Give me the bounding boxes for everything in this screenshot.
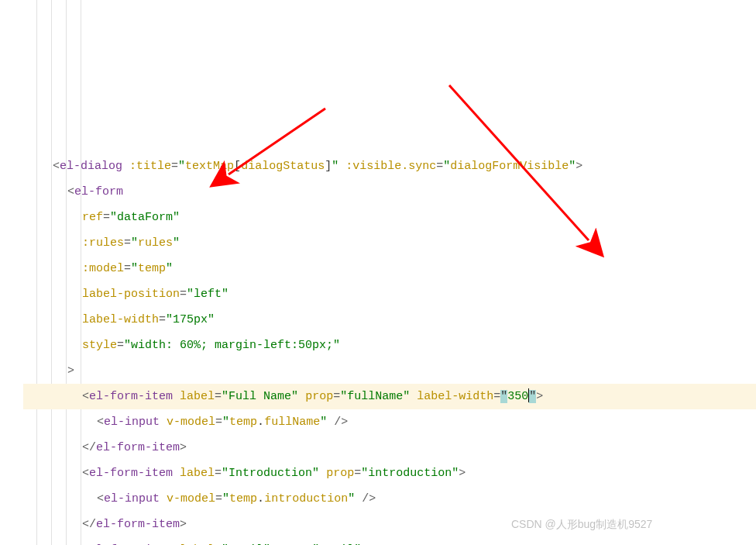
code-token: "fullName" [340,390,410,403]
code-token: ] [325,160,332,173]
code-token: dialogFormVisible [450,160,569,173]
code-token: . [257,492,264,505]
code-token: :rules [82,236,124,250]
code-token: "Introduction" [222,467,319,480]
code-token: " [166,262,173,275]
code-line[interactable]: label-position="left" [23,281,756,307]
code-token: < [97,492,104,505]
code-token: " [529,390,536,403]
code-token: el-input [104,492,160,505]
code-line[interactable]: <el-form [23,179,756,205]
code-line[interactable]: <el-input v-model="temp.fullName" /> [23,409,756,435]
code-token [122,160,129,173]
code-line[interactable]: <el-dialog :title="textMap[dialogStatus]… [23,153,756,179]
code-token: 350 [507,390,528,403]
code-token [298,390,305,403]
code-token: dialogStatus [241,160,325,173]
code-token: = [117,339,124,352]
code-token: " [173,236,180,250]
code-token: "dataForm" [110,211,180,224]
code-token: </ [82,441,96,454]
code-token: = [180,288,187,301]
code-token: = [159,313,166,326]
code-token: rules [138,236,173,250]
code-line[interactable]: :rules="rules" [23,230,756,256]
text-cursor [528,388,529,402]
code-token: style [82,339,117,352]
code-token: temp [229,492,257,505]
code-token: el-form-item [96,518,180,531]
code-token: el-input [104,416,160,429]
code-token: = [124,236,131,250]
code-token: < [82,390,89,403]
code-token: el-dialog [60,160,122,173]
code-token: = [124,262,131,275]
code-token [173,390,180,403]
code-token: :title [129,160,171,173]
code-token: = [171,160,178,173]
code-line[interactable]: <el-form-item label="Full Name" prop="fu… [23,384,756,409]
code-line[interactable]: :model="temp" [23,256,756,281]
code-token: = [354,467,361,480]
code-token: " [131,236,138,250]
code-token: temp [138,262,166,275]
code-line[interactable]: <el-form-item label="Email" prop="email"… [23,537,756,545]
code-token [160,492,167,505]
code-token: = [215,390,222,403]
code-token: v-model [167,416,215,429]
code-line[interactable]: </el-form-item> [23,435,756,460]
watermark: CSDN @人形bug制造机9527 [511,512,652,537]
code-token: introduction [264,492,348,505]
code-token: label [180,390,215,403]
code-line[interactable]: label-width="175px" [23,307,756,333]
code-token: > [536,390,543,403]
code-line[interactable]: <el-form-item label="Introduction" prop=… [23,460,756,486]
code-token: " [222,492,229,505]
code-token: > [459,467,466,480]
code-line[interactable]: > [23,358,756,384]
code-token: = [436,160,443,173]
code-editor[interactable]: <el-dialog :title="textMap[dialogStatus]… [0,0,756,545]
code-token: < [97,416,104,429]
code-token: > [576,160,582,173]
code-token: /> [327,416,348,429]
code-token: = [215,492,222,505]
code-token: el-form [74,185,123,198]
code-token: . [257,416,264,429]
code-token: < [53,160,60,173]
code-token: " [500,390,507,403]
code-token: label-position [82,288,180,301]
code-token: "175px" [166,313,215,326]
code-token: > [67,364,74,378]
code-token: label-width [82,313,159,326]
code-token: " [131,262,138,275]
code-token: "left" [187,288,229,301]
code-token: " [569,160,576,173]
code-token: "width: 60%; margin-left:50px;" [124,339,340,352]
code-token: < [67,185,74,198]
code-token [338,160,345,173]
code-token [410,390,417,403]
code-token: = [333,390,340,403]
code-line[interactable]: <el-input v-model="temp.introduction" /> [23,486,756,512]
code-token: [ [234,160,241,173]
code-token: fullName [264,416,320,429]
code-token: prop [326,467,354,480]
code-token: :model [82,262,124,275]
code-token: label-width [417,390,493,403]
code-line[interactable]: style="width: 60%; margin-left:50px;" [23,333,756,358]
code-token: el-form-item [89,390,173,403]
code-token: " [178,160,185,173]
code-token: > [180,441,187,454]
code-token: textMap [185,160,234,173]
code-token: = [103,211,110,224]
code-token: el-form-item [89,467,173,480]
code-token: prop [305,390,333,403]
code-token: label [180,467,215,480]
code-token: = [215,467,222,480]
code-token: " [320,416,327,429]
code-token: " [443,160,450,173]
code-line[interactable]: ref="dataForm" [23,205,756,230]
code-token: :visible.sync [345,160,436,173]
code-token: el-form-item [96,441,180,454]
